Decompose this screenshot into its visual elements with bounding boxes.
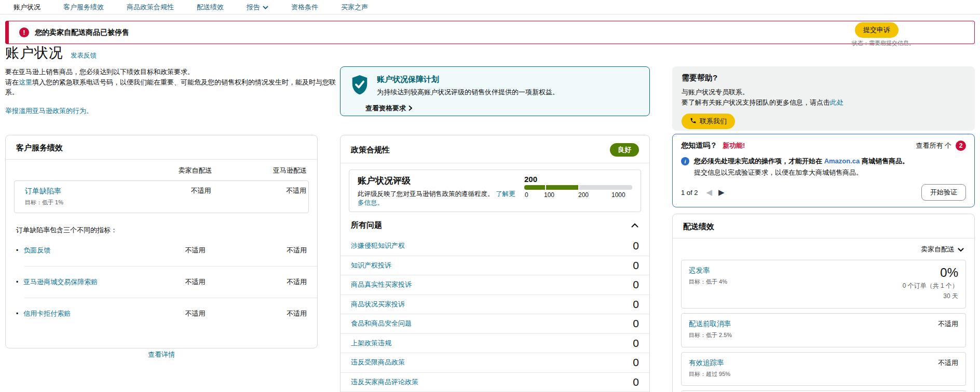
chevron-up-icon[interactable] [631,221,639,230]
issue-row: 违反买家商品评论政策 0 [341,373,649,392]
top-navigation: 账户状况 客户服务绩效 商品政策合规性 配送绩效 报告 资格条件 买家之声 [0,0,980,15]
issue-row: 违反受限商品政策 0 [341,353,649,373]
eligibility-requirements-label: 查看资格要求 [365,104,406,113]
view-details-link[interactable]: 查看详情 [148,351,175,358]
feedback-link[interactable]: 发表反馈 [71,52,97,59]
account-health-assurance-box: 账户状况保障计划 为持续达到较高账户状况评级的销售伙伴提供的一项新权益。 查看资… [340,66,650,116]
contact-us-button[interactable]: 联系我们 [682,114,735,129]
alert-actions: 提交申诉 状态：需要您提交信息。 [852,18,915,47]
issue-link-authenticity[interactable]: 商品真实性买家投诉 [351,280,412,289]
chargeback-link[interactable]: 信用卡拒付索赔 [23,309,71,318]
atoz-claims-link[interactable]: 亚马逊商城交易保障索赔 [23,277,98,287]
gauge-tick-100: 100 [544,191,554,199]
gauge-segment-low [524,185,545,190]
odr-link[interactable]: 订单缺陷率 [25,187,61,195]
help-line2-prefix: 要了解有关账户状况支持团队的更多信息，请点击 [682,99,830,106]
eligibility-requirements-link[interactable]: 查看资格要求 [365,104,412,113]
negative-feedback-value-seller: 不适用 [156,246,234,255]
negative-feedback-link[interactable]: 负面反馈 [23,246,50,255]
help-here-link[interactable]: 此处 [830,99,843,106]
negative-feedback-value-fba: 不适用 [234,246,307,255]
amazon-ca-link[interactable]: Amazon.ca [824,157,860,165]
bullet-icon: • [16,310,18,317]
start-verification-button[interactable]: 开始验证 [921,184,966,201]
nav-item-eligibility[interactable]: 资格条件 [291,3,318,12]
view-all-link[interactable]: 查看所有 个 [916,141,951,150]
chevron-down-icon [958,246,964,254]
col-header-seller-fulfilled: 卖家自配送 [156,166,234,175]
exclamation-icon: ! [19,27,29,37]
issue-link-listing-policy[interactable]: 上架政策违规 [351,339,391,348]
late-shipment-link[interactable]: 迟发率 [689,267,710,274]
issue-count: 0 [633,317,639,330]
late-shipment-value: 0% [903,265,958,280]
issue-link-ip-complaints[interactable]: 知识产权投诉 [351,261,391,270]
help-text: 与账户状况专员联系。 要了解有关账户状况支持团队的更多信息，请点击此处 [682,87,965,108]
know-message-suffix: 商城销售商品。 [860,157,909,165]
pre-fulfillment-cancel-value: 不适用 [938,320,958,328]
page-heading: 账户状况发表反馈 要在亚马逊上销售商品，您必须达到以下绩效目标和政策要求。 请在… [5,44,337,116]
all-issues-title: 所有问题 [351,220,382,230]
late-shipment-box: 迟发率 目标：低于 4% 0% 0 个订单（共 1 个） 30 天 [681,260,966,309]
submit-appeal-button[interactable]: 提交申诉 [855,22,899,38]
issue-row: 涉嫌侵犯知识产权 0 [341,236,649,256]
bullet-icon: • [16,278,18,286]
pre-fulfillment-cancel-link[interactable]: 配送前取消率 [689,320,731,328]
new-feature-tag: 新功能! [723,141,745,150]
valid-tracking-value: 不适用 [938,359,958,367]
late-shipment-target: 目标：低于 4% [689,278,903,286]
valid-tracking-link[interactable]: 有效追踪率 [689,359,724,367]
pagination-next-icon[interactable]: ▶ [718,188,725,197]
did-you-know-card: 您知道吗？ 新功能! 查看所有 个 2 i 您必须先处理未完成的操作项，才能开始… [672,134,975,207]
odr-metric-box: 订单缺陷率 目标：低于 1% 不适用 不适用 [14,180,309,213]
suspension-alert-banner: ! 您的卖家自配送商品已被停售 提交申诉 状态：需要您提交信息。 [5,21,975,44]
nav-item-product-policy[interactable]: 商品政策合规性 [127,3,174,12]
help-title: 需要帮助? [682,73,965,83]
atoz-claims-value-fba: 不适用 [234,277,307,287]
issue-link-food-safety[interactable]: 食品和商品安全问题 [351,319,412,328]
issue-link-restricted-products[interactable]: 违反受限商品政策 [351,358,405,367]
health-status-badge: 良好 [610,143,639,157]
nav-item-customer-service[interactable]: 客户服务绩效 [63,3,104,12]
alert-message: 您的卖家自配送商品已被停售 [35,28,129,37]
shipping-title: 配送绩效 [683,222,714,232]
nav-item-reports[interactable]: 报告 [247,3,268,12]
info-icon: i [681,157,689,165]
gauge-tick-1000: 1000 [611,191,625,199]
issue-count: 0 [633,240,639,252]
nav-item-account-health[interactable]: 账户状况 [13,3,40,12]
gauge-segment-rest [579,185,632,190]
valid-tracking-target: 目标：超过 95% [689,370,938,378]
contact-us-label: 联系我们 [700,117,727,126]
policy-compliance-card: 政策合规性 良好 账户状况评级 此评级反映了您对亚马逊销售政策的遵循程度。 了解… [340,135,650,392]
nav-item-shipping[interactable]: 配送绩效 [197,3,224,12]
intro-text: 要在亚马逊上销售商品，您必须达到以下绩效目标和政策要求。 请在这里填入您的紧急联… [5,67,337,97]
issue-count: 0 [633,259,639,272]
issue-row: 商品状况买家投诉 0 [341,295,649,315]
issue-link-ip-suspected[interactable]: 涉嫌侵犯知识产权 [351,241,405,250]
issue-count: 0 [633,356,639,369]
need-help-box: 需要帮助? 与账户状况专员联系。 要了解有关账户状况支持团队的更多信息，请点击此… [672,66,975,131]
pagination-prev-icon[interactable]: ◀ [706,188,713,197]
report-abuse-link[interactable]: 举报滥用亚马逊政策的行为。 [5,106,93,116]
issue-count: 0 [633,278,639,291]
shield-check-icon [350,74,370,99]
issue-link-review-policy[interactable]: 违反买家商品评论政策 [351,377,418,387]
nav-item-voice-of-customer[interactable]: 买家之声 [341,3,368,12]
emergency-contact-link[interactable]: 这里 [19,78,32,86]
customer-service-title: 客户服务绩效 [16,143,63,153]
rating-label: 账户状况评级 [358,175,516,187]
issue-link-condition[interactable]: 商品状况买家投诉 [351,300,405,309]
notification-count-badge: 2 [956,141,966,151]
chargeback-value-seller: 不适用 [156,309,234,318]
bullet-icon: • [16,247,18,254]
chargeback-value-fba: 不适用 [234,309,307,318]
gauge-segment-mid [546,185,578,190]
odr-value-fba: 不适用 [240,186,306,195]
intro-line2-prefix: 请在 [5,78,19,86]
issue-row: 食品和商品安全问题 0 [341,314,649,334]
pre-fulfillment-cancel-box: 配送前取消率 目标：低于 2.5% 不适用 [681,313,966,347]
issue-count: 0 [633,298,639,311]
assurance-description: 为持续达到较高账户状况评级的销售伙伴提供的一项新权益。 [377,88,559,97]
fulfillment-channel-dropdown[interactable]: 卖家自配送 [673,239,974,255]
